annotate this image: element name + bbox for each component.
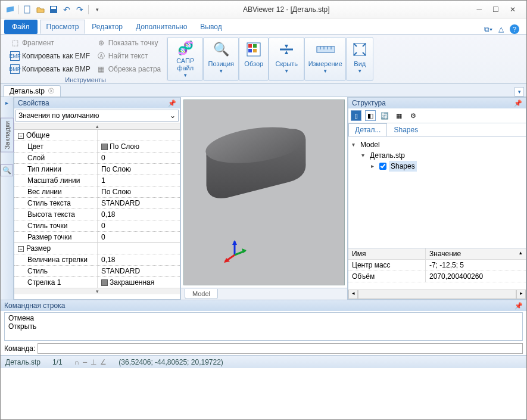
save-icon[interactable] [49, 5, 58, 14]
fragment-tool: ⬚Фрагмент [8, 37, 93, 49]
angle-icon[interactable]: ∠ [100, 358, 107, 366]
tree-icon[interactable]: ▦ [394, 110, 404, 121]
tabs-overflow-button[interactable]: ▾ [514, 87, 524, 97]
tab-file[interactable]: Файл [4, 20, 38, 34]
pin-icon[interactable]: 📌 [514, 302, 523, 310]
ruler-icon [316, 40, 335, 59]
tab-editor[interactable]: Редактор [85, 20, 129, 34]
undo-icon[interactable]: ↶ [62, 5, 71, 14]
svg-marker-10 [285, 45, 288, 48]
document-tabs: Деталь.stp ⓧ ▾ [1, 84, 526, 97]
structure-tree[interactable]: ▾Model ▾Деталь.stp ▸ Shapes [348, 137, 526, 248]
copy-emf-tool[interactable]: EMFКопировать как EMF [8, 50, 93, 62]
svg-marker-11 [285, 51, 288, 54]
view-button[interactable]: Вид▼ [346, 37, 373, 81]
perp-icon[interactable]: ⊥ [91, 358, 96, 366]
measure-button[interactable]: Измерение▼ [304, 37, 346, 81]
command-header: Командная строка📌 [1, 300, 526, 311]
rail-search-icon[interactable]: 🔍 [1, 164, 13, 176]
shapes-checkbox[interactable] [379, 163, 386, 170]
property-row[interactable]: ЦветПо Слою [14, 141, 180, 152]
scroll-down-button[interactable]: ▾ [14, 288, 180, 294]
property-row[interactable]: Тип линииПо Слою [14, 163, 180, 175]
group-caption-tools: Инструменты [8, 75, 163, 83]
ribbon-options-icon[interactable]: ⧉▾ [484, 25, 492, 33]
copy-bmp-tool[interactable]: BMPКопировать как BMP [8, 63, 93, 75]
tab-output[interactable]: Вывод [194, 20, 228, 34]
structure-tab-detail[interactable]: Детал... [348, 123, 387, 136]
tab-view[interactable]: Просмотр [40, 20, 86, 34]
document-tab[interactable]: Деталь.stp ⓧ [3, 85, 61, 97]
svg-marker-20 [232, 240, 237, 245]
overview-button[interactable]: Обзор [239, 37, 269, 81]
structure-tab-shapes[interactable]: Shapes [387, 123, 425, 136]
refresh-icon[interactable]: 🔄 [379, 110, 390, 121]
close-button[interactable]: ✕ [510, 5, 516, 14]
viewport-wrap: Model [180, 97, 348, 300]
col-value: Значение [426, 248, 464, 259]
expand-icon [350, 40, 369, 59]
tree-node-file[interactable]: Деталь.stp [370, 150, 405, 161]
scroll-up-button[interactable]: ▴ [14, 123, 180, 129]
ribbon: ⬚Фрагмент EMFКопировать как EMF BMPКопир… [1, 34, 526, 84]
redo-icon[interactable]: ↷ [75, 5, 85, 14]
properties-grid[interactable]: ▴ −Общие ЦветПо СлоюСлой0Тип линииПо Сло… [14, 123, 180, 299]
tree-node-model[interactable]: Model [360, 139, 380, 150]
svg-rect-12 [317, 46, 335, 52]
viewport-tab-model[interactable]: Model [185, 289, 218, 299]
collapse-ribbon-icon[interactable]: △ [498, 25, 504, 33]
layout-icon-2[interactable]: ◧ [365, 110, 376, 121]
properties-panel: Свойства📌 Значения по умолчанию⌄ ▴ −Общи… [14, 97, 180, 300]
rail-expand-icon[interactable]: ▸ [5, 99, 8, 106]
property-row[interactable]: СтильSTANDARD [14, 265, 180, 276]
snap-icon[interactable]: ∩ [74, 358, 80, 366]
side-rail: ▸ Закладки 🔍 [1, 97, 14, 300]
property-row[interactable]: Высота текста0,18 [14, 209, 180, 220]
origin-axes-icon [223, 240, 247, 264]
grid-icon [244, 40, 263, 59]
structure-details: Имя Значение ▴ Центр масс-7; -12,5; 5Объ… [348, 248, 526, 290]
detail-row: Объём2070,200400260 [348, 271, 526, 282]
status-tools: ∩ ⎼ ⊥ ∠ [74, 358, 107, 366]
property-row[interactable]: Слой0 [14, 152, 180, 163]
property-row[interactable]: Размер точки0 [14, 231, 180, 242]
new-icon[interactable] [23, 5, 32, 14]
defaults-combo[interactable]: Значения по умолчанию⌄ [15, 110, 179, 122]
status-page: 1/1 [52, 358, 63, 366]
pin-icon[interactable]: 📌 [168, 99, 176, 107]
close-tab-icon[interactable]: ⓧ [48, 87, 54, 95]
maximize-button[interactable]: ☐ [492, 5, 499, 14]
status-file: Деталь.stp [5, 358, 40, 366]
title-bar: ↶ ↷ ▾ ABViewer 12 - [Деталь.stp] ─ ☐ ✕ [1, 1, 526, 18]
command-prompt-label: Команда: [4, 344, 35, 353]
gear-icon[interactable]: ⚙ [408, 110, 419, 121]
layout-icon-1[interactable]: ▯ [351, 110, 361, 121]
minimize-button[interactable]: ─ [476, 5, 482, 14]
hide-button[interactable]: Скрыть▼ [269, 37, 304, 81]
qat-dropdown-icon[interactable]: ▾ [92, 5, 102, 14]
cad-file-button[interactable]: 🧬 САПР файл▼ [167, 37, 203, 81]
tab-extra[interactable]: Дополнительно [129, 20, 194, 34]
property-row[interactable]: Масштаб линии1 [14, 175, 180, 186]
property-row[interactable]: Величина стрелки0,18 [14, 254, 180, 265]
pin-icon[interactable]: 📌 [514, 99, 522, 107]
help-icon[interactable]: ? [510, 24, 519, 34]
property-row[interactable]: Стиль точки0 [14, 220, 180, 231]
property-row[interactable]: Вес линииПо Слою [14, 186, 180, 197]
col-name: Имя [348, 248, 426, 259]
property-row[interactable]: Стиль текстаSTANDARD [14, 197, 180, 209]
status-bar: Деталь.stp 1/1 ∩ ⎼ ⊥ ∠ (36,52406; -44,80… [1, 355, 526, 368]
position-button[interactable]: 🔍 Позиция▼ [203, 37, 239, 81]
detail-row: Центр масс-7; -12,5; 5 [348, 260, 526, 271]
crop-raster-tool: ▦Обрезка растра [94, 63, 164, 75]
3d-viewport[interactable] [183, 99, 345, 285]
dna-icon: 🧬 [176, 40, 195, 56]
open-icon[interactable] [36, 5, 45, 14]
command-input[interactable] [38, 343, 523, 354]
scroll-up-icon[interactable]: ▴ [516, 248, 526, 259]
tree-node-shapes[interactable]: Shapes [389, 161, 417, 172]
bookmarks-tab[interactable]: Закладки [1, 118, 14, 153]
property-row[interactable]: Стрелка 1Закрашенная [14, 276, 180, 288]
ortho-icon[interactable]: ⎼ [83, 358, 87, 366]
h-scrollbar[interactable]: ◂▸ [348, 290, 526, 299]
